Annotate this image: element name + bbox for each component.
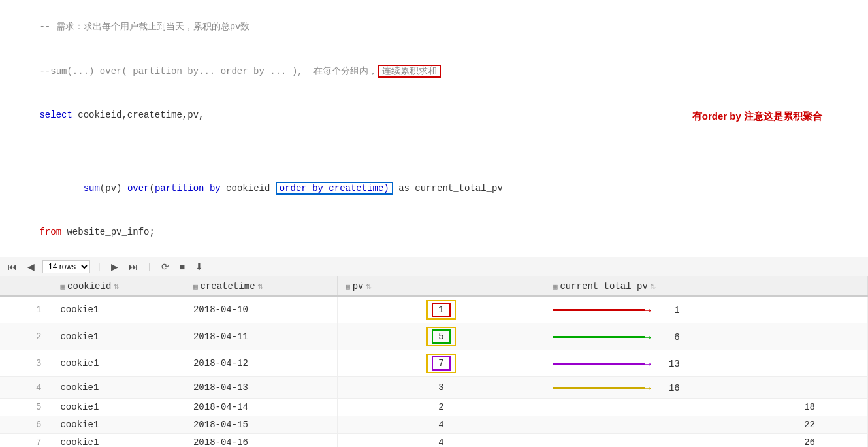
table-row: 6cookie12018-04-15422 [0, 416, 868, 433]
cell-createtime: 2018-04-11 [185, 323, 337, 350]
th-createtime: ▦createtime⇅ [185, 276, 337, 296]
th-current-total-pv: ▦current_total_pv⇅ [545, 276, 867, 296]
prev-page-button[interactable]: ◀ [25, 260, 37, 273]
code-line4: sum(pv) over(partition by cookieid order… [7, 166, 861, 210]
cell-createtime: 2018-04-15 [185, 416, 337, 433]
table-wrapper: ▦cookieid⇅ ▦createtime⇅ ▦pv⇅ ▦current_to… [0, 276, 868, 447]
cell-current-total-pv: → 16 [545, 376, 867, 398]
cell-createtime: 2018-04-13 [185, 376, 337, 398]
cell-cookieid: cookie1 [52, 433, 185, 447]
first-page-button[interactable]: ⏮ [5, 260, 20, 273]
table-row: 3cookie12018-04-12 7 → 13 [0, 350, 868, 376]
cell-cookieid: cookie1 [52, 296, 185, 323]
cell-pv: 1 [338, 296, 545, 323]
cell-pv: 4 [338, 433, 545, 447]
comment-line1: -- 需求：求出每个用户截止到当天，累积的总pv数 [7, 5, 861, 49]
cell-cookieid: cookie1 [52, 416, 185, 433]
cell-cookieid: cookie1 [52, 376, 185, 398]
cell-cookieid: cookie1 [52, 350, 185, 376]
row-number: 2 [0, 323, 52, 350]
cell-createtime: 2018-04-14 [185, 398, 337, 416]
cell-pv: 7 [338, 350, 545, 376]
th-cookieid: ▦cookieid⇅ [52, 276, 185, 296]
cell-createtime: 2018-04-10 [185, 296, 337, 323]
cell-cookieid: cookie1 [52, 323, 185, 350]
cell-current-total-pv: 22 [545, 416, 867, 433]
rows-select[interactable]: 14 rows [42, 260, 90, 273]
code-line5: from website_pv_info; [7, 210, 861, 254]
th-rownum [0, 276, 52, 296]
stop-button[interactable]: ■ [177, 260, 187, 273]
row-number: 6 [0, 416, 52, 433]
highlight-lianxu: 连续累积求和 [378, 65, 441, 78]
refresh-button[interactable]: ⟳ [159, 260, 172, 273]
cell-pv: 4 [338, 416, 545, 433]
table-header-row: ▦cookieid⇅ ▦createtime⇅ ▦pv⇅ ▦current_to… [0, 276, 868, 296]
main-container: -- 需求：求出每个用户截止到当天，累积的总pv数 --sum(...) ove… [0, 0, 868, 447]
highlight-orderby: order by createtime) [276, 182, 393, 195]
separator1: | [97, 261, 102, 271]
cell-current-total-pv: 26 [545, 433, 867, 447]
cell-pv: 2 [338, 398, 545, 416]
toolbar: ⏮ ◀ 14 rows | ▶ ⏭ | ⟳ ■ ⬇ [0, 257, 868, 276]
row-number: 7 [0, 433, 52, 447]
comment-line2: --sum(...) over( partition by... order b… [7, 49, 861, 93]
annotation-orderby: 有order by 注意这是累积聚合 [670, 93, 822, 140]
download-button[interactable]: ⬇ [193, 260, 206, 273]
cell-pv: 5 [338, 323, 545, 350]
cell-cookieid: cookie1 [52, 398, 185, 416]
table-row: 1cookie12018-04-10 1 → 1 [0, 296, 868, 323]
last-page-button[interactable]: ⏭ [126, 260, 140, 273]
separator2: | [147, 261, 152, 271]
cell-current-total-pv: 18 [545, 398, 867, 416]
cell-current-total-pv: → 6 [545, 323, 867, 350]
results-table: ▦cookieid⇅ ▦createtime⇅ ▦pv⇅ ▦current_to… [0, 276, 868, 447]
code-line3: select cookieid,createtime,pv, 有order by… [7, 93, 861, 166]
row-number: 4 [0, 376, 52, 398]
next-page-button[interactable]: ▶ [108, 260, 121, 273]
table-row: 5cookie12018-04-14218 [0, 398, 868, 416]
row-number: 1 [0, 296, 52, 323]
row-number: 3 [0, 350, 52, 376]
cell-createtime: 2018-04-12 [185, 350, 337, 376]
cell-current-total-pv: → 13 [545, 350, 867, 376]
table-row: 4cookie12018-04-13 3 → 16 [0, 376, 868, 398]
code-section: -- 需求：求出每个用户截止到当天，累积的总pv数 --sum(...) ove… [0, 0, 868, 257]
cell-pv: 3 [338, 376, 545, 398]
cell-createtime: 2018-04-16 [185, 433, 337, 447]
row-number: 5 [0, 398, 52, 416]
cell-current-total-pv: → 1 [545, 296, 867, 323]
table-row: 2cookie12018-04-11 5 → 6 [0, 323, 868, 350]
th-pv: ▦pv⇅ [338, 276, 545, 296]
table-row: 7cookie12018-04-16426 [0, 433, 868, 447]
